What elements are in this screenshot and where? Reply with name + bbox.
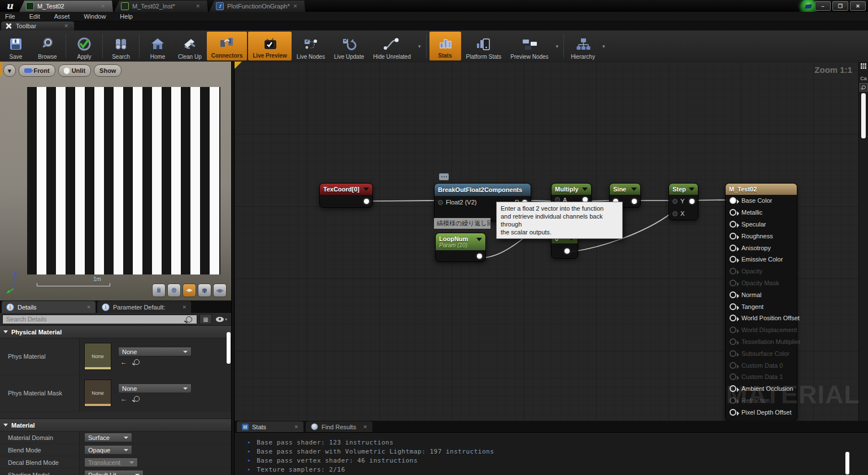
material-pin-base-color[interactable]: Base Color [726, 195, 797, 207]
platform-stats-button[interactable]: Platform Stats [462, 30, 506, 62]
restore-button[interactable]: ❐ [832, 1, 848, 11]
tab-close-icon[interactable]: ✕ [363, 424, 367, 430]
browse-button[interactable]: Browse [32, 30, 63, 62]
hierarchy-button[interactable]: Hierarchy [566, 30, 600, 62]
collapse-caret-icon[interactable] [631, 188, 637, 191]
clean-up-button[interactable]: Clean Up [173, 30, 206, 62]
search-button[interactable]: Search [105, 30, 137, 62]
node-texcoord[interactable]: TexCoord[0] [319, 183, 373, 208]
tab-close-icon[interactable]: ✕ [64, 23, 68, 29]
graph-search-icon[interactable] [860, 83, 868, 91]
use-selected-icon[interactable]: ← [120, 395, 127, 403]
tab-close-icon[interactable]: ✕ [196, 3, 200, 9]
window-tab-m-test02-inst[interactable]: M_Test02_Inst* ✕ [114, 1, 208, 12]
minimize-button[interactable]: – [815, 1, 831, 11]
search-details-input[interactable] [3, 316, 186, 323]
phys-material-mask-dropdown[interactable]: None [118, 384, 192, 393]
material-pin-ambient-occlusion[interactable]: Ambient Occlusion [726, 383, 797, 395]
material-pin-anisotropy[interactable]: Anisotropy [726, 242, 797, 254]
preview-sphere-button[interactable] [167, 284, 181, 297]
asset-thumbnail[interactable]: None [84, 343, 111, 370]
collapse-caret-icon[interactable] [363, 188, 369, 191]
palette-grid-icon[interactable] [861, 63, 866, 69]
output-pin[interactable] [632, 199, 637, 204]
menu-window[interactable]: Window [79, 13, 115, 20]
preview-plane-button[interactable] [183, 284, 196, 297]
tab-close-icon[interactable]: ✕ [101, 3, 105, 9]
connectors-button[interactable]: Connectors [207, 32, 248, 60]
section-physical-material[interactable]: Physical Material [0, 325, 231, 338]
output-pin[interactable] [565, 249, 570, 254]
preview-cylinder-button[interactable] [152, 284, 166, 297]
details-scrollbar[interactable] [227, 332, 231, 364]
graph-scrollbar[interactable] [861, 93, 866, 138]
node-loopnum[interactable]: LoopNum Param (10) [435, 233, 486, 262]
tab-close-icon[interactable]: ✕ [86, 304, 91, 310]
material-pin-emissive-color[interactable]: Emissive Color [726, 254, 797, 265]
toolbar-tab[interactable]: Toolbar ✕ [1, 21, 74, 30]
tab-parameter-defaults[interactable]: i Parameter Default: ✕ [97, 301, 191, 313]
hierarchy-dropdown-icon[interactable]: ▾ [600, 43, 608, 49]
live-preview-button[interactable]: Live Preview [248, 32, 292, 60]
menu-asset[interactable]: Asset [49, 13, 79, 20]
view-mode-button[interactable]: Unlit [58, 64, 91, 77]
tab-close-icon[interactable]: ✕ [182, 304, 186, 310]
collapse-caret-icon[interactable] [689, 188, 695, 191]
collapsed-tab-label[interactable]: Ca [859, 76, 868, 81]
node-comment[interactable]: 縞模様の繰り返し回数 [434, 218, 491, 229]
save-button[interactable]: Save [0, 30, 32, 62]
tab-find-results[interactable]: Find Results ✕ [306, 421, 372, 432]
tab-close-icon[interactable]: ✕ [293, 3, 298, 9]
menu-file[interactable]: File [0, 13, 24, 20]
close-button[interactable]: ✕ [850, 1, 866, 11]
browse-asset-icon[interactable] [134, 359, 140, 365]
preview-nodes-button[interactable]: Preview Nodes [506, 30, 553, 62]
output-pin[interactable] [364, 199, 369, 204]
collapse-caret-icon[interactable] [476, 238, 482, 241]
property-matrix-button[interactable]: ▦ [199, 314, 212, 324]
input-pin-x[interactable] [672, 211, 678, 216]
asset-thumbnail[interactable]: None [84, 380, 111, 407]
show-menu-button[interactable]: Show [94, 64, 121, 77]
input-pin-y[interactable] [672, 199, 678, 204]
material-pin-normal[interactable]: Normal [726, 289, 797, 300]
use-selected-icon[interactable]: ← [120, 358, 127, 366]
tab-stats[interactable]: ▤ Stats ✕ [237, 421, 303, 432]
material-pin-roughness[interactable]: Roughness [726, 230, 797, 242]
material-pin-specular[interactable]: Specular [726, 219, 797, 230]
preview-viewport[interactable]: ▾ Front Unlit Show 1m Z [0, 62, 231, 300]
blend-mode-dropdown[interactable]: Opaque [84, 445, 132, 455]
hide-unrelated-button[interactable]: Hide Unrelated [368, 30, 415, 62]
apply-button[interactable]: Apply [68, 30, 100, 62]
menu-edit[interactable]: Edit [24, 13, 49, 20]
tab-close-icon[interactable]: ✕ [294, 424, 298, 430]
material-graph-canvas[interactable]: Zoom 1:1 TexCoord[0] 縞模様の繰り返し回数 BreakOut… [235, 62, 868, 421]
material-pin-metallic[interactable]: Metallic [726, 207, 797, 219]
hide-unrelated-dropdown-icon[interactable]: ▾ [415, 43, 424, 49]
tab-details[interactable]: i Details ✕ [2, 301, 96, 313]
collapse-caret-icon[interactable] [582, 188, 588, 191]
camera-mode-button[interactable]: Front [19, 64, 55, 77]
search-details-field[interactable] [2, 315, 197, 324]
viewport-options-button[interactable]: ▾ [3, 64, 16, 77]
section-material[interactable]: Material [0, 419, 231, 432]
material-pin-tangent[interactable]: Tangent [726, 300, 797, 312]
output-pin[interactable] [689, 199, 695, 204]
material-pin-world-position-offset[interactable]: World Position Offset [726, 312, 797, 324]
window-tab-m-test02[interactable]: M_Test02 ✕ [19, 1, 113, 12]
input-pin[interactable] [438, 200, 443, 205]
stats-button[interactable]: Stats [429, 32, 461, 60]
material-domain-dropdown[interactable]: Surface [84, 433, 132, 442]
preview-nodes-dropdown-icon[interactable]: ▾ [553, 43, 562, 49]
live-update-button[interactable]: Live Update [329, 30, 368, 62]
live-nodes-button[interactable]: Live Nodes [292, 30, 329, 62]
node-step[interactable]: Step Y X [669, 183, 698, 220]
phys-material-dropdown[interactable]: None [118, 347, 192, 356]
node-material-result[interactable]: M_Test02 Base Color Metallic Specular Ro… [725, 183, 797, 421]
material-pin-pixel-depth-offset[interactable]: Pixel Depth Offset [726, 406, 797, 418]
stats-scrollbar[interactable] [845, 452, 849, 474]
window-tab-plotfunctionongraph[interactable]: f PlotFunctionOnGraph* ✕ [209, 1, 305, 12]
preview-teapot-button[interactable] [213, 284, 227, 297]
home-button[interactable]: Home [142, 30, 173, 62]
shading-model-dropdown[interactable]: Default Lit [84, 470, 144, 475]
